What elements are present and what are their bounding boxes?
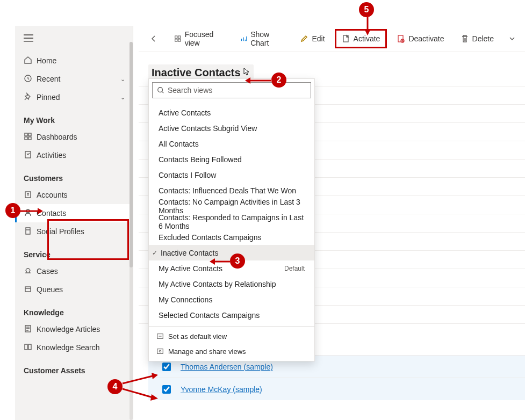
view-option-label: Excluded Contacts Campaigns (159, 233, 261, 242)
view-option[interactable]: My Active Contacts by Relationship (149, 276, 314, 292)
nav-label: Accounts (37, 191, 68, 199)
nav-item-cases[interactable]: Cases (15, 262, 133, 280)
command-bar: Focused view Show Chart Edit Activate De… (139, 26, 525, 52)
view-dropdown-footer: Set as default view Manage and share vie… (149, 326, 314, 361)
focused-view-button[interactable]: Focused view (168, 29, 231, 48)
contact-link[interactable]: Yvonne McKay (sample) (181, 385, 262, 394)
nav-item-pinned[interactable]: Pinned ⌄ (15, 88, 133, 106)
view-option[interactable]: All Contacts (149, 136, 314, 151)
nav-item-home[interactable]: Home (15, 52, 133, 70)
nav-item-queues[interactable]: Queues (15, 280, 133, 299)
callout-arrow-3 (208, 257, 231, 268)
view-option[interactable]: My Connections (149, 292, 314, 307)
svg-marker-28 (152, 373, 158, 379)
view-option-label: My Connections (159, 295, 212, 304)
home-icon (24, 56, 32, 64)
cmd-label: Focused view (185, 30, 224, 47)
section-mywork: My Work (15, 106, 133, 128)
row-checkbox[interactable] (162, 385, 171, 394)
view-option[interactable]: Active Contacts (149, 105, 314, 120)
nav-item-social-profiles[interactable]: Social Profiles (15, 222, 133, 241)
show-chart-button[interactable]: Show Chart (234, 29, 291, 48)
view-option[interactable]: Contacts: Influenced Deals That We Won (149, 183, 314, 198)
pin-icon (24, 92, 32, 101)
manage-views-button[interactable]: Manage and share views (149, 344, 314, 359)
view-option[interactable]: Selected Contacts Campaigns (149, 307, 314, 323)
callout-1: 1 (5, 203, 20, 218)
set-default-view-button[interactable]: Set as default view (149, 329, 314, 344)
nav-label: Social Profiles (37, 227, 84, 236)
view-option-label: All Contacts (159, 140, 199, 148)
row-checkbox[interactable] (162, 363, 171, 371)
svg-point-20 (159, 350, 161, 352)
search-icon (157, 86, 164, 94)
nav-label: Activities (37, 151, 66, 160)
nav-item-activities[interactable]: Activities (15, 146, 133, 164)
deactivate-icon (397, 34, 405, 43)
view-option[interactable]: Contacts: No Campaign Activities in Last… (149, 198, 314, 214)
view-option[interactable]: Excluded Contacts Campaigns (149, 229, 314, 245)
callout-2: 2 (271, 73, 286, 88)
manage-icon (156, 347, 164, 355)
svg-line-29 (123, 389, 153, 397)
view-option-label: Contacts I Follow (159, 171, 216, 179)
grid-rows: Thomas Andersen (sample) Yvonne McKay (s… (148, 355, 525, 400)
main: Focused view Show Chart Edit Activate De… (139, 26, 525, 420)
set-default-icon (156, 332, 164, 340)
nav-label: Dashboards (37, 133, 77, 141)
table-row[interactable]: Yvonne McKay (sample) (148, 378, 525, 400)
callout-arrow-1 (18, 207, 43, 218)
focused-view-icon (174, 34, 182, 43)
hamburger-icon[interactable] (24, 34, 33, 42)
more-commands-button[interactable] (504, 29, 521, 48)
svg-rect-19 (157, 349, 163, 354)
svg-marker-30 (150, 394, 158, 401)
nav-label: Cases (37, 267, 58, 276)
chevron-down-icon (508, 34, 516, 43)
edit-button[interactable]: Edit (293, 29, 331, 48)
svg-rect-4 (28, 137, 31, 140)
delete-button[interactable]: Delete (454, 29, 500, 48)
nav-item-knowledge-articles[interactable]: Knowledge Articles (15, 320, 133, 338)
nav-label: Knowledge Search (37, 343, 100, 352)
callout-arrow-4b (121, 387, 159, 404)
section-customers: Customers (15, 164, 133, 186)
svg-rect-2 (28, 133, 31, 136)
svg-marker-32 (364, 29, 371, 35)
view-option[interactable]: Active Contacts Subgrid View (149, 120, 314, 136)
nav-item-accounts[interactable]: Accounts (15, 186, 133, 204)
cases-icon (24, 266, 32, 275)
ksearch-icon (24, 343, 32, 351)
section-knowledge: Knowledge (15, 299, 133, 320)
view-option-label: My Active Contacts by Relationship (159, 280, 276, 288)
default-badge: Default (284, 265, 305, 272)
callout-5: 5 (359, 2, 374, 17)
social-icon (24, 227, 32, 235)
sidebar-scrollbar[interactable] (130, 42, 133, 420)
svg-rect-1 (25, 133, 27, 136)
section-service: Service (15, 241, 133, 262)
footer-label: Set as default view (168, 332, 227, 341)
search-views-input[interactable]: Search views (152, 82, 311, 98)
activate-button[interactable]: Activate (335, 29, 387, 48)
view-list: Active Contacts Active Contacts Subgrid … (149, 102, 314, 326)
dashboard-icon (24, 132, 32, 141)
back-icon (149, 34, 158, 43)
svg-rect-10 (175, 35, 177, 38)
cmd-label: Edit (312, 34, 325, 43)
nav-label: Queues (37, 285, 63, 294)
nav-label: Home (37, 56, 56, 65)
view-option[interactable]: Contacts: Responded to Campaigns in Last… (149, 214, 314, 229)
view-option[interactable]: Contacts Being Followed (149, 151, 314, 167)
search-placeholder: Search views (168, 86, 212, 95)
delete-icon (461, 34, 469, 43)
nav-item-knowledge-search[interactable]: Knowledge Search (15, 338, 133, 357)
svg-marker-24 (245, 77, 250, 84)
svg-marker-26 (210, 258, 215, 265)
contact-link[interactable]: Thomas Andersen (sample) (181, 363, 273, 371)
nav-item-recent[interactable]: Recent ⌄ (15, 70, 133, 88)
deactivate-button[interactable]: Deactivate (390, 29, 450, 48)
nav-item-dashboards[interactable]: Dashboards (15, 128, 133, 146)
view-option[interactable]: Contacts I Follow (149, 167, 314, 183)
back-button[interactable] (143, 29, 164, 48)
